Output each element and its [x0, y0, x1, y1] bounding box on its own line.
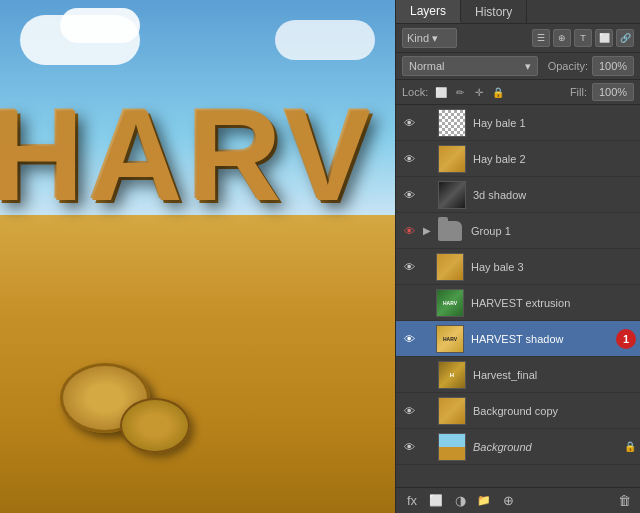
visibility-eye-harvest-final[interactable]: 👁 — [400, 366, 418, 384]
layer-thumb-hay-bale-2 — [438, 145, 466, 173]
lock-icon-background: 🔒 — [624, 441, 636, 453]
layer-name-hay-bale-2: Hay bale 2 — [469, 153, 636, 165]
lock-label: Lock: — [402, 86, 428, 98]
layer-thumb-hay-bale-1 — [438, 109, 466, 137]
layer-item-hay-bale-1[interactable]: 👁 Hay bale 1 — [396, 105, 640, 141]
canvas-area: HARV — [0, 0, 395, 513]
layer-name-hay-bale-3: Hay bale 3 — [467, 261, 636, 273]
layer-name-harvest-final: Harvest_final — [469, 369, 636, 381]
lock-position-btn[interactable]: ✛ — [471, 84, 487, 100]
filter-type-icon[interactable]: T — [574, 29, 592, 47]
chevron-down-icon: ▾ — [432, 32, 438, 45]
cloud-3 — [275, 20, 375, 60]
layer-thumb-harvest-shadow: HARV — [436, 325, 464, 353]
layer-name-harvest-extrusion: HARVEST extrusion — [467, 297, 636, 309]
layer-item-hay-bale-3[interactable]: 👁 Hay bale 3 — [396, 249, 640, 285]
blend-opacity-row: Normal ▾ Opacity: 100% — [396, 53, 640, 80]
layers-toolbar: fx ⬜ ◑ 📁 ⊕ 🗑 — [396, 487, 640, 513]
visibility-eye-group-1[interactable]: 👁 — [400, 222, 418, 240]
lock-icons: ⬜ ✏ ✛ 🔒 — [433, 84, 506, 100]
layer-thumb-hay-bale-3 — [436, 253, 464, 281]
visibility-eye-hay-bale-2[interactable]: 👁 — [400, 150, 418, 168]
new-group-button[interactable]: 📁 — [474, 491, 494, 511]
layer-name-hay-bale-1: Hay bale 1 — [469, 117, 636, 129]
layer-thumb-harvest-final: H — [438, 361, 466, 389]
filter-kind-dropdown[interactable]: Kind ▾ — [402, 28, 457, 48]
visibility-eye-3d-shadow[interactable]: 👁 — [400, 186, 418, 204]
layers-panel: Layers History Kind ▾ ☰ ⊕ T ⬜ 🔗 Normal ▾… — [395, 0, 640, 513]
canvas-image: HARV — [0, 0, 395, 513]
filter-shape-icon[interactable]: ⬜ — [595, 29, 613, 47]
group-expand-arrow[interactable]: ▶ — [421, 225, 433, 237]
visibility-eye-hay-bale-1[interactable]: 👁 — [400, 114, 418, 132]
tab-history[interactable]: History — [461, 0, 527, 23]
layer-thumb-background-copy — [438, 397, 466, 425]
visibility-eye-background-copy[interactable]: 👁 — [400, 402, 418, 420]
filter-icons: ☰ ⊕ T ⬜ 🔗 — [532, 29, 634, 47]
opacity-input[interactable]: 100% — [592, 56, 634, 76]
blend-mode-dropdown[interactable]: Normal ▾ — [402, 56, 538, 76]
filter-smart-icon[interactable]: 🔗 — [616, 29, 634, 47]
visibility-eye-hay-bale-3[interactable]: 👁 — [400, 258, 418, 276]
layer-name-group-1: Group 1 — [467, 225, 636, 237]
layer-thumb-3d-shadow — [438, 181, 466, 209]
tab-layers[interactable]: Layers — [396, 0, 461, 23]
layer-name-3d-shadow: 3d shadow — [469, 189, 636, 201]
cloud-2 — [60, 8, 140, 43]
layer-item-3d-shadow[interactable]: 👁 3d shadow — [396, 177, 640, 213]
lock-fill-row: Lock: ⬜ ✏ ✛ 🔒 Fill: 100% — [396, 80, 640, 105]
layer-thumb-background — [438, 433, 466, 461]
layer-name-harvest-shadow: HARVEST shadow — [467, 333, 613, 345]
layer-item-harvest-extrusion[interactable]: 👁 HARV HARVEST extrusion — [396, 285, 640, 321]
layer-filter-row: Kind ▾ ☰ ⊕ T ⬜ 🔗 — [396, 24, 640, 53]
delete-layer-button[interactable]: 🗑 — [614, 491, 634, 511]
notification-badge: 1 — [616, 329, 636, 349]
hay-bale-visual-2 — [120, 398, 190, 453]
layer-item-hay-bale-2[interactable]: 👁 Hay bale 2 — [396, 141, 640, 177]
fx-button[interactable]: fx — [402, 491, 422, 511]
layer-name-background-copy: Background copy — [469, 405, 636, 417]
visibility-eye-harvest-extrusion[interactable]: 👁 — [400, 294, 418, 312]
layer-thumb-group-1 — [436, 217, 464, 245]
fill-input[interactable]: 100% — [592, 83, 634, 101]
filter-adjustment-icon[interactable]: ⊕ — [553, 29, 571, 47]
new-layer-button[interactable]: ⊕ — [498, 491, 518, 511]
filter-pixel-icon[interactable]: ☰ — [532, 29, 550, 47]
visibility-eye-background[interactable]: 👁 — [400, 438, 418, 456]
layer-item-background-copy[interactable]: 👁 Background copy — [396, 393, 640, 429]
ground-background — [0, 215, 395, 513]
panel-tabs: Layers History — [396, 0, 640, 24]
harv-text: HARV — [0, 80, 376, 230]
lock-all-btn[interactable]: 🔒 — [490, 84, 506, 100]
add-mask-button[interactable]: ⬜ — [426, 491, 446, 511]
layer-item-harvest-final[interactable]: 👁 H Harvest_final — [396, 357, 640, 393]
visibility-eye-harvest-shadow[interactable]: 👁 — [400, 330, 418, 348]
lock-image-btn[interactable]: ✏ — [452, 84, 468, 100]
folder-icon — [438, 221, 462, 241]
layer-item-background[interactable]: 👁 Background 🔒 — [396, 429, 640, 465]
blend-chevron-icon: ▾ — [525, 60, 531, 73]
layer-item-group-1[interactable]: 👁 ▶ Group 1 — [396, 213, 640, 249]
fill-label: Fill: — [570, 86, 587, 98]
layer-name-background: Background — [469, 441, 621, 453]
layers-list[interactable]: 👁 Hay bale 1 👁 Hay bale 2 👁 3d shadow — [396, 105, 640, 487]
lock-transparent-btn[interactable]: ⬜ — [433, 84, 449, 100]
adjustment-button[interactable]: ◑ — [450, 491, 470, 511]
layer-item-harvest-shadow[interactable]: 👁 HARV HARVEST shadow 1 — [396, 321, 640, 357]
thumb-checker-bg — [439, 110, 465, 136]
opacity-label: Opacity: — [548, 60, 588, 72]
layer-thumb-harvest-extrusion: HARV — [436, 289, 464, 317]
